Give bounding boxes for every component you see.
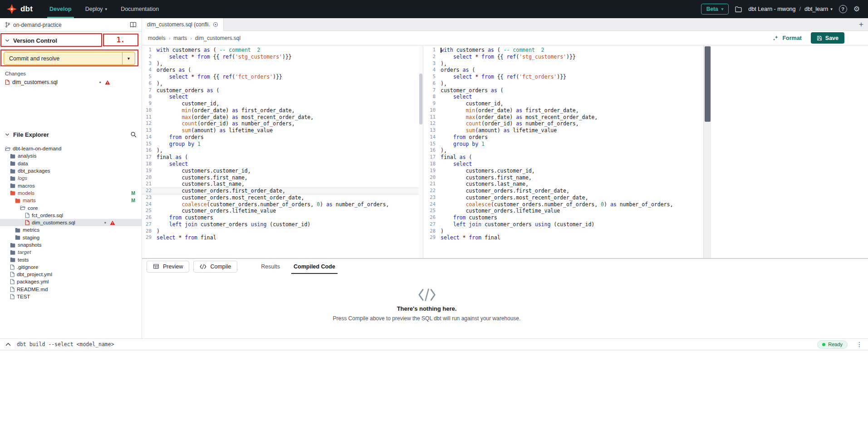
scrollbar-thumb[interactable] xyxy=(705,46,711,122)
code-line[interactable]: 24 coalesce(customer_orders.number_of_or… xyxy=(142,201,423,208)
file-tree-item[interactable]: data xyxy=(0,160,142,167)
code-line[interactable]: 15 group by 1 xyxy=(426,141,711,148)
code-line[interactable]: 14 from orders xyxy=(142,134,423,141)
code-line[interactable]: 10 min(order_date) as first_order_date, xyxy=(142,107,423,114)
code-line[interactable]: 24 coalesce(customer_orders.number_of_or… xyxy=(426,201,711,208)
code-line[interactable]: 27 left join customer_orders using (cust… xyxy=(426,221,711,228)
help-button[interactable]: ? xyxy=(839,5,847,13)
code-line[interactable]: 18 select xyxy=(426,161,711,168)
code-line[interactable]: 6), xyxy=(142,80,423,87)
code-line[interactable]: 2 select * from {{ ref('stg_customers')}… xyxy=(142,54,423,60)
code-line[interactable]: 29select * from final xyxy=(142,234,423,241)
file-tree-item[interactable]: dbt-learn-on-demand xyxy=(0,145,142,152)
code-line[interactable]: 27 left join customer_orders using (cust… xyxy=(142,221,423,228)
code-line[interactable]: 28) xyxy=(142,228,423,235)
file-tree-item[interactable]: metrics xyxy=(0,226,142,233)
file-tree-item[interactable]: staging xyxy=(0,234,142,241)
code-line[interactable]: 2 select * from {{ ref('stg_customers')}… xyxy=(426,54,711,60)
editor-pane-right[interactable]: 1with customers as ( -- comment 22 selec… xyxy=(426,45,711,258)
code-line[interactable]: 23 customer_orders.most_recent_order_dat… xyxy=(426,194,711,201)
code-line[interactable]: 7customer_orders as ( xyxy=(142,87,423,94)
code-line[interactable]: 20 customers.first_name, xyxy=(142,174,423,181)
code-line[interactable]: 26 from customers xyxy=(426,214,711,221)
breadcrumb-item[interactable]: models xyxy=(148,35,166,41)
code-line[interactable]: 14 from orders xyxy=(426,134,711,141)
file-tree-item[interactable]: fct_orders.sql xyxy=(0,212,142,219)
code-line[interactable]: 17final as ( xyxy=(426,154,711,161)
code-line[interactable]: 1with customers as ( -- comment 2 xyxy=(426,47,711,54)
account-name[interactable]: dbt Learn - mwong xyxy=(748,6,795,12)
tab-compiled-code[interactable]: Compiled Code xyxy=(287,259,342,274)
code-line[interactable]: 13 sum(amount) as lifetime_value xyxy=(142,127,423,134)
code-line[interactable]: 10 min(order_date) as first_order_date, xyxy=(426,107,711,114)
code-line[interactable]: 7customer_orders as ( xyxy=(426,87,711,94)
kebab-menu-icon[interactable]: ⋮ xyxy=(856,341,863,348)
code-line[interactable]: 17final as ( xyxy=(142,154,423,161)
code-line[interactable]: 16), xyxy=(426,147,711,154)
file-tree-item[interactable]: dim_customers.sql• xyxy=(0,219,142,226)
code-line[interactable]: 19 customers.customer_id, xyxy=(426,168,711,174)
code-line[interactable]: 6), xyxy=(426,80,711,87)
code-line[interactable]: 4orders as ( xyxy=(426,67,711,74)
file-tree-item[interactable]: TEST xyxy=(0,293,142,300)
commit-and-resolve-button[interactable]: Commit and resolve ▾ xyxy=(4,52,135,65)
code-line[interactable]: 1with customers as ( -- comment 2 xyxy=(142,47,423,54)
file-tree-item[interactable]: target xyxy=(0,248,142,256)
beta-dropdown[interactable]: Beta▾ xyxy=(701,4,729,15)
code-line[interactable]: 29select * from final xyxy=(426,234,711,241)
code-line[interactable]: 21 customers.last_name, xyxy=(426,181,711,188)
branch-selector[interactable]: on-demand-practice xyxy=(0,18,142,32)
file-tree-item[interactable]: martsM xyxy=(0,197,142,204)
code-line[interactable]: 5 select * from {{ ref('fct_orders')}} xyxy=(426,74,711,80)
version-control-header[interactable]: Version Control xyxy=(0,34,142,47)
file-tree-item[interactable]: dbt_packages xyxy=(0,167,142,174)
chevron-up-icon[interactable] xyxy=(5,343,11,346)
code-line[interactable]: 3), xyxy=(142,60,423,67)
docs-book-icon[interactable] xyxy=(130,22,137,28)
code-line[interactable]: 11 max(order_date) as most_recent_order_… xyxy=(142,114,423,121)
project-dropdown[interactable]: dbt_learn▾ xyxy=(804,6,833,12)
code-line[interactable]: 25 customer_orders.lifetime_value xyxy=(426,208,711,214)
nav-item-deploy[interactable]: Deploy▾ xyxy=(78,0,114,18)
nav-item-documentation[interactable]: Documentation xyxy=(114,0,166,18)
search-icon[interactable] xyxy=(130,131,137,138)
file-explorer-header[interactable]: File Explorer xyxy=(0,128,142,141)
file-tree-item[interactable]: packages.yml xyxy=(0,278,142,285)
settings-gear-icon[interactable]: ⚙ xyxy=(853,5,860,13)
editor-pane-left[interactable]: 1with customers as ( -- comment 22 selec… xyxy=(142,45,423,258)
code-line[interactable]: 21 customers.last_name, xyxy=(142,181,423,188)
code-line[interactable]: 5 select * from {{ ref('fct_orders')}} xyxy=(142,74,423,80)
compile-button[interactable]: Compile xyxy=(193,261,237,273)
code-line[interactable]: 22 customer_orders.first_order_date, xyxy=(426,188,711,194)
scrollbar-thumb[interactable] xyxy=(419,74,422,124)
code-line[interactable]: 26 from customers xyxy=(142,214,423,221)
file-tree-item[interactable]: modelsM xyxy=(0,189,142,197)
code-line[interactable]: 19 customers.customer_id, xyxy=(142,168,423,174)
code-line[interactable]: 15 group by 1 xyxy=(142,141,423,148)
file-tree-item[interactable]: analysis xyxy=(0,152,142,159)
format-button[interactable]: Format xyxy=(773,35,801,41)
code-line[interactable]: 9 customer_id, xyxy=(142,100,423,107)
command-input[interactable]: dbt build --select <model_name> xyxy=(17,341,114,348)
dbt-logo[interactable]: dbt xyxy=(0,4,43,15)
code-line[interactable]: 13 sum(amount) as lifetime_value xyxy=(426,127,711,134)
nav-item-develop[interactable]: Develop xyxy=(43,0,78,18)
file-tree-item[interactable]: logs xyxy=(0,174,142,182)
code-line[interactable]: 22 customer_orders.first_order_date, xyxy=(142,188,423,194)
code-line[interactable]: 12 count(order_id) as number_of_orders, xyxy=(142,120,423,127)
code-line[interactable]: 4orders as ( xyxy=(142,67,423,74)
code-line[interactable]: 16), xyxy=(142,147,423,154)
preview-button[interactable]: Preview xyxy=(147,261,189,273)
save-button[interactable]: Save xyxy=(811,32,844,44)
commit-dropdown-caret[interactable]: ▾ xyxy=(122,52,135,65)
right-editor-scrollbar[interactable] xyxy=(703,45,711,258)
tab-results[interactable]: Results xyxy=(254,259,287,274)
code-line[interactable]: 28) xyxy=(426,228,711,235)
left-editor-scrollbar[interactable] xyxy=(419,45,423,258)
code-line[interactable]: 18 select xyxy=(142,161,423,168)
file-tree-item[interactable]: snapshots xyxy=(0,241,142,248)
code-line[interactable]: 9 customer_id, xyxy=(426,100,711,107)
editor-tab[interactable]: dim_customers.sql (confli... xyxy=(142,18,224,31)
code-line[interactable]: 20 customers.first_name, xyxy=(426,174,711,181)
code-line[interactable]: 3), xyxy=(426,60,711,67)
